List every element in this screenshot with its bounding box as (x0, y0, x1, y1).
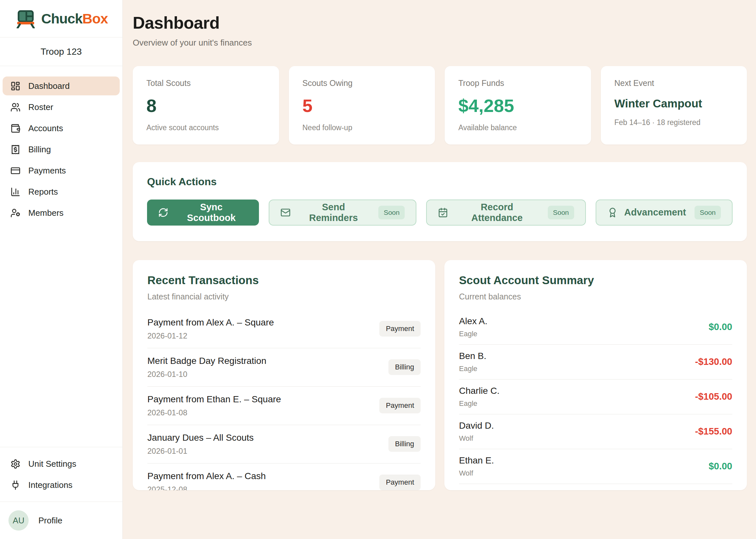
stat-sub: Feb 14–16 · 18 registered (614, 118, 733, 127)
scout-name: Ethan E. (459, 455, 494, 466)
user-gear-icon (10, 208, 21, 218)
quick-actions-buttons: Sync Scoutbook Send Reminders Soon Recor… (147, 199, 732, 226)
stat-label: Troop Funds (458, 78, 578, 88)
scout-row: Alex A.Eagle $0.00 (459, 310, 732, 345)
more-scouts-label: +3 more scouts (459, 484, 732, 490)
scout-rank: Eagle (459, 399, 499, 408)
scout-balance: -$105.00 (695, 391, 732, 402)
main-content: Dashboard Overview of your unit's financ… (123, 0, 756, 539)
avatar: AU (8, 510, 29, 531)
brand-name: ChuckBox (41, 11, 108, 27)
plug-icon (10, 480, 21, 490)
record-attendance-button[interactable]: Record Attendance Soon (426, 199, 585, 226)
recent-transactions-panel: Recent Transactions Latest financial act… (133, 260, 435, 490)
stat-card-scouts-owing: Scouts Owing 5 Need follow-up (289, 66, 435, 144)
sidebar-item-label: Payments (28, 166, 66, 176)
receipt-dollar-icon (10, 144, 21, 155)
transaction-row: Payment from Alex A. – Square2026-01-12 … (147, 310, 421, 348)
transaction-tag: Payment (379, 475, 421, 490)
scout-balance: -$155.00 (695, 426, 732, 437)
mail-icon (280, 207, 291, 218)
scout-balance: $0.00 (709, 322, 732, 332)
sidebar-item-roster[interactable]: Roster (3, 98, 120, 116)
transaction-tag: Payment (379, 398, 421, 413)
page-subtitle: Overview of your unit's finances (133, 38, 747, 48)
credit-card-icon (10, 166, 21, 176)
transaction-name: Payment from Alex A. – Square (147, 317, 274, 328)
scout-row: Ben B.Eagle -$130.00 (459, 345, 732, 379)
button-label: Sync Scoutbook (175, 202, 248, 223)
soon-badge: Soon (378, 206, 405, 219)
award-icon (607, 207, 618, 218)
transaction-row: January Dues – All Scouts2026-01-01 Bill… (147, 425, 421, 463)
scout-name: Alex A. (459, 316, 487, 327)
advancement-button[interactable]: Advancement Soon (596, 199, 732, 226)
transaction-tag: Payment (379, 321, 421, 337)
scout-name: Charlie C. (459, 386, 499, 396)
transactions-subtitle: Latest financial activity (147, 292, 421, 301)
sidebar-item-billing[interactable]: Billing (3, 140, 120, 159)
sidebar-item-integrations[interactable]: Integrations (3, 476, 120, 495)
sidebar-footer: Unit Settings Integrations (0, 447, 122, 501)
scout-row: Charlie C.Eagle -$105.00 (459, 379, 732, 414)
bar-chart-icon (10, 187, 21, 197)
stat-card-troop-funds: Troop Funds $4,285 Available balance (445, 66, 591, 144)
sidebar-item-label: Accounts (28, 123, 63, 133)
sidebar-nav: Dashboard Roster Accounts Billing Paymen… (0, 66, 122, 447)
logo[interactable]: ChuckBox (0, 0, 122, 38)
chuckbox-logo-icon (15, 9, 37, 28)
soon-badge: Soon (695, 206, 721, 219)
sidebar-item-members[interactable]: Members (3, 203, 120, 222)
users-icon (10, 102, 21, 112)
sidebar-item-label: Reports (28, 187, 58, 197)
transactions-list: Payment from Alex A. – Square2026-01-12 … (147, 310, 421, 490)
send-reminders-button[interactable]: Send Reminders Soon (269, 199, 417, 226)
sidebar-item-dashboard[interactable]: Dashboard (3, 76, 120, 95)
stat-label: Total Scouts (146, 78, 265, 88)
stat-label: Scouts Owing (303, 78, 422, 88)
bottom-panels: Recent Transactions Latest financial act… (133, 260, 747, 490)
stat-sub: Active scout accounts (146, 123, 265, 132)
stat-card-next-event: Next Event Winter Campout Feb 14–16 · 18… (601, 66, 747, 144)
sidebar-item-reports[interactable]: Reports (3, 182, 120, 201)
sidebar-item-unit-settings[interactable]: Unit Settings (3, 454, 120, 473)
profile-label: Profile (38, 515, 62, 526)
stat-cards: Total Scouts 8 Active scout accounts Sco… (133, 66, 747, 144)
transaction-tag: Billing (388, 436, 421, 452)
transaction-name: Payment from Alex A. – Cash (147, 471, 266, 481)
stat-card-total-scouts: Total Scouts 8 Active scout accounts (133, 66, 279, 144)
transaction-date: 2026-01-08 (147, 408, 281, 417)
scout-summary-title: Scout Account Summary (459, 274, 732, 287)
stat-value: 5 (303, 96, 422, 116)
sync-scoutbook-button[interactable]: Sync Scoutbook (147, 199, 259, 226)
profile-button[interactable]: AU Profile (0, 501, 122, 539)
scout-rank: Eagle (459, 330, 487, 338)
stat-sub: Need follow-up (303, 123, 422, 132)
calendar-check-icon (438, 207, 448, 218)
soon-badge: Soon (548, 206, 574, 219)
scout-name: Ben B. (459, 351, 486, 361)
button-label: Record Attendance (455, 202, 539, 223)
sync-icon (158, 207, 169, 218)
transaction-name: Payment from Ethan E. – Square (147, 394, 281, 405)
sidebar-item-label: Integrations (28, 480, 73, 490)
sidebar-item-label: Roster (28, 102, 53, 112)
sidebar: ChuckBox Troop 123 Dashboard Roster Acco… (0, 0, 123, 539)
transaction-date: 2026-01-10 (147, 370, 266, 379)
stat-value: Winter Campout (614, 98, 733, 110)
button-label: Advancement (624, 207, 686, 218)
scout-rank: Eagle (459, 364, 486, 373)
page-title: Dashboard (133, 13, 747, 33)
sidebar-item-payments[interactable]: Payments (3, 161, 120, 180)
scout-summary-subtitle: Current balances (459, 292, 732, 301)
scout-summary-panel: Scout Account Summary Current balances A… (445, 260, 747, 490)
scout-rank: Wolf (459, 434, 494, 443)
transaction-row: Payment from Alex A. – Cash2025-12-08 Pa… (147, 463, 421, 490)
transaction-row: Payment from Ethan E. – Square2026-01-08… (147, 387, 421, 425)
stat-label: Next Event (614, 78, 733, 88)
sidebar-item-accounts[interactable]: Accounts (3, 119, 120, 138)
scout-rank: Wolf (459, 469, 494, 478)
dashboard-icon (10, 81, 21, 91)
button-label: Send Reminders (297, 202, 370, 223)
transaction-tag: Billing (388, 359, 421, 375)
